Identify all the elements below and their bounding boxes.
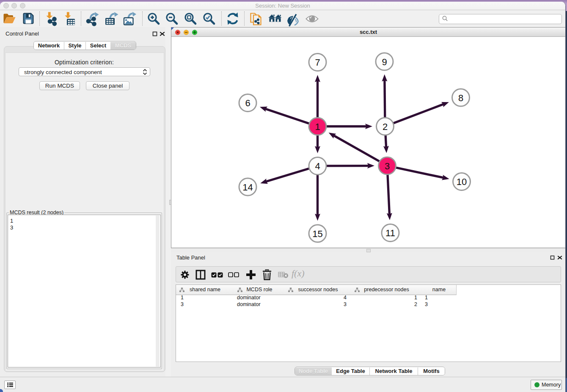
svg-text:2: 2 <box>383 121 388 132</box>
svg-text:8: 8 <box>458 93 463 103</box>
svg-text:10: 10 <box>457 177 467 187</box>
svg-text:15: 15 <box>312 229 322 239</box>
svg-text:4: 4 <box>315 161 320 171</box>
svg-text:7: 7 <box>315 57 320 68</box>
svg-text:11: 11 <box>385 228 395 238</box>
svg-text:6: 6 <box>245 98 250 108</box>
svg-text:14: 14 <box>242 182 253 193</box>
svg-text:1: 1 <box>315 121 320 132</box>
svg-text:3: 3 <box>385 161 390 171</box>
svg-text:9: 9 <box>382 57 387 67</box>
